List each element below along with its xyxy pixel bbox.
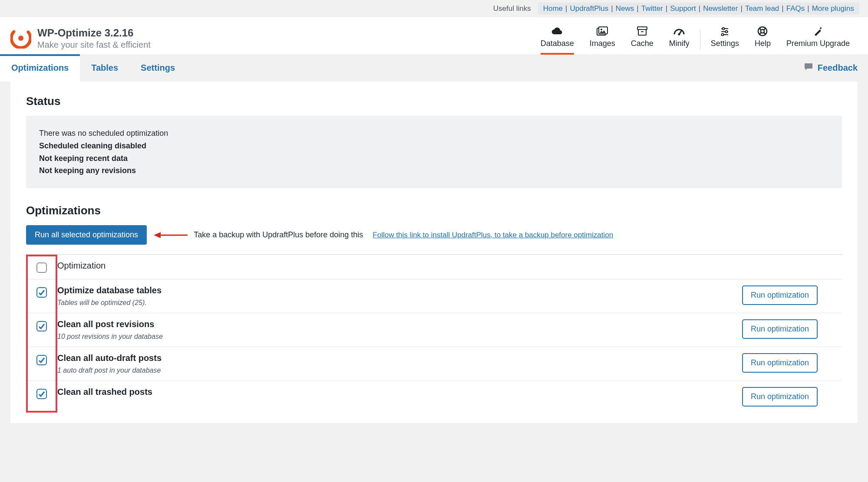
optimizations-title: Optimizations [26, 204, 842, 217]
row-checkbox[interactable] [36, 389, 47, 399]
nav-label: Settings [711, 39, 739, 48]
run-optimization-button[interactable]: Run optimization [742, 387, 818, 407]
row-title: Clean all post revisions [57, 319, 742, 329]
row-checkbox[interactable] [36, 321, 47, 331]
status-box: There was no scheduled optimization Sche… [26, 116, 842, 188]
archive-icon [637, 25, 647, 37]
row-title: Clean all auto-draft posts [57, 353, 742, 363]
svg-point-1 [18, 36, 23, 41]
svg-rect-7 [641, 31, 644, 32]
nav-label: Database [541, 39, 574, 48]
nav-settings[interactable]: Settings [703, 23, 747, 54]
page-content: Status There was no scheduled optimizati… [10, 82, 858, 423]
svg-rect-6 [638, 30, 646, 35]
run-all-button[interactable]: Run all selected optimizations [26, 225, 147, 245]
useful-link-support[interactable]: Support [670, 4, 696, 13]
useful-link-twitter[interactable]: Twitter [641, 4, 663, 13]
svg-point-4 [601, 29, 602, 30]
nav-label: Minify [669, 39, 690, 48]
feedback-link[interactable]: Feedback [804, 62, 868, 74]
brand-logo-icon [10, 28, 31, 49]
life-ring-icon [757, 25, 768, 37]
svg-point-11 [723, 28, 725, 30]
useful-links-label: Useful links [493, 4, 531, 13]
select-all-checkbox[interactable] [36, 262, 47, 273]
nav-label: Premium Upgrade [786, 39, 850, 48]
feedback-label: Feedback [818, 63, 858, 73]
svg-line-21 [764, 33, 766, 34]
row-checkbox[interactable] [36, 355, 47, 365]
gauge-icon [673, 25, 685, 37]
brand-subtitle: Make your site fast & efficient [37, 39, 151, 50]
install-updraftplus-link[interactable]: Follow this link to install UpdraftPlus,… [373, 231, 613, 239]
row-subtitle: 1 auto draft post in your database [57, 367, 742, 374]
nav-premium-upgrade[interactable]: Premium Upgrade [779, 23, 858, 54]
main-header: WP-Optimize 3.2.16 Make your site fast &… [0, 17, 868, 54]
svg-point-17 [761, 30, 764, 33]
svg-point-13 [726, 31, 728, 33]
status-line-4: Not keeping any revisions [39, 164, 829, 177]
images-icon [597, 25, 608, 37]
run-optimization-button[interactable]: Run optimization [742, 319, 818, 339]
row-subtitle: Tables will be optimized (25). [57, 299, 742, 307]
table-row: Clean all post revisions 10 post revisio… [26, 313, 842, 347]
run-optimization-button[interactable]: Run optimization [742, 285, 818, 305]
useful-link-updraftplus[interactable]: UpdraftPlus [570, 4, 609, 13]
nav-label: Help [755, 39, 771, 48]
subtab-settings[interactable]: Settings [129, 54, 186, 82]
useful-link-faqs[interactable]: FAQs [786, 4, 805, 13]
status-title: Status [26, 95, 842, 108]
nav-database[interactable]: Database [533, 23, 582, 54]
backup-prefix-text: Take a backup with UpdraftPlus before do… [194, 230, 363, 239]
useful-link-newsletter[interactable]: Newsletter [703, 4, 738, 13]
useful-link-news[interactable]: News [616, 4, 634, 13]
useful-link-team-lead[interactable]: Team lead [745, 4, 779, 13]
svg-line-18 [759, 28, 761, 30]
table-row: Optimize database tables Tables will be … [26, 279, 842, 313]
row-title: Clean all trashed posts [57, 387, 742, 397]
nav-help[interactable]: Help [747, 23, 779, 54]
nav-minify[interactable]: Minify [661, 23, 697, 54]
main-nav: Database Images Cache Minify Settings [533, 23, 858, 54]
status-line-3: Not keeping recent data [39, 152, 829, 165]
brand: WP-Optimize 3.2.16 Make your site fast &… [10, 27, 151, 50]
row-checkbox[interactable] [36, 287, 47, 298]
useful-link-home[interactable]: Home [543, 4, 563, 13]
row-title: Optimize database tables [57, 285, 742, 295]
optimizations-table-header: Optimization [26, 255, 842, 279]
svg-line-20 [759, 33, 761, 34]
useful-links-bar: Useful links Home| UpdraftPlus| News| Tw… [0, 0, 868, 17]
nav-cache[interactable]: Cache [623, 23, 661, 54]
comment-icon [804, 62, 813, 74]
useful-links-pill: Home| UpdraftPlus| News| Twitter| Suppor… [538, 3, 859, 15]
row-subtitle: 10 post revisions in your database [57, 333, 742, 341]
subtab-tables[interactable]: Tables [80, 54, 129, 82]
svg-marker-23 [154, 232, 161, 238]
optimizations-table: Optimization Optimize database tables Ta… [26, 254, 842, 413]
optimizations-header-label: Optimization [57, 261, 818, 271]
nav-label: Cache [631, 39, 653, 48]
svg-point-9 [678, 33, 680, 36]
useful-link-more-plugins[interactable]: More plugins [812, 4, 854, 13]
cloud-icon [551, 25, 563, 37]
wand-icon [813, 25, 823, 37]
run-all-row: Run all selected optimizations Take a ba… [26, 225, 842, 245]
arrow-annotation-icon [154, 230, 188, 240]
subtabs: Optimizations Tables Settings [0, 54, 186, 82]
subtabs-row: Optimizations Tables Settings Feedback [0, 54, 868, 82]
nav-label: Images [590, 39, 615, 48]
status-line-1: There was no scheduled optimization [39, 127, 829, 140]
svg-point-15 [722, 34, 724, 36]
nav-images[interactable]: Images [582, 23, 623, 54]
status-line-2: Scheduled cleaning disabled [39, 140, 829, 152]
table-row: Clean all auto-draft posts 1 auto draft … [26, 347, 842, 381]
table-row: Clean all trashed posts Run optimization [26, 381, 842, 413]
sliders-icon [720, 25, 729, 37]
nav-separator [700, 30, 700, 50]
run-optimization-button[interactable]: Run optimization [742, 353, 818, 373]
subtab-optimizations[interactable]: Optimizations [0, 54, 80, 82]
brand-title: WP-Optimize 3.2.16 [37, 27, 151, 39]
svg-line-19 [764, 28, 766, 30]
